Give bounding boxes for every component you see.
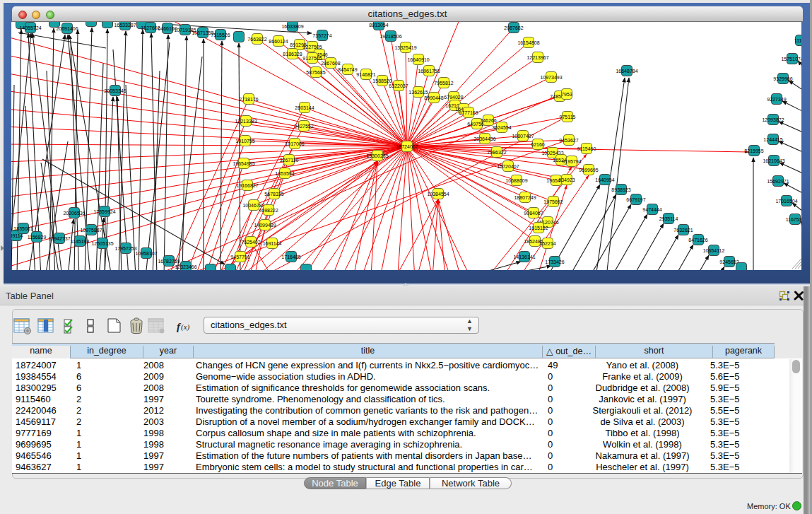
svg-text:2087682: 2087682 <box>504 25 523 30</box>
svg-text:9227349: 9227349 <box>767 97 786 102</box>
svg-text:2718176: 2718176 <box>239 97 258 102</box>
svg-text:8990448: 8990448 <box>424 95 443 100</box>
svg-text:10973493: 10973493 <box>540 75 562 80</box>
svg-text:9245652: 9245652 <box>719 259 739 264</box>
svg-text:1353594: 1353594 <box>275 171 294 176</box>
svg-text:1615152: 1615152 <box>529 226 548 230</box>
svg-text:15751074: 15751074 <box>781 57 801 62</box>
svg-text:5678335: 5678335 <box>264 192 283 197</box>
svg-text:6794028: 6794028 <box>444 95 463 100</box>
svg-text:19300285: 19300285 <box>366 153 388 158</box>
svg-text:9115460: 9115460 <box>577 146 596 151</box>
svg-text:14099489: 14099489 <box>254 223 276 228</box>
svg-text:8454749: 8454749 <box>338 67 357 72</box>
svg-text:1017006: 1017006 <box>285 141 304 146</box>
svg-text:12213383: 12213383 <box>235 119 257 124</box>
svg-text:9329966: 9329966 <box>773 76 792 81</box>
svg-text:9699695: 9699695 <box>579 168 598 173</box>
svg-text:2867608: 2867608 <box>321 61 340 66</box>
svg-text:18724007: 18724007 <box>396 144 418 149</box>
svg-text:1835061: 1835061 <box>13 226 33 231</box>
svg-text:3624554: 3624554 <box>492 125 511 130</box>
svg-text:7515526: 7515526 <box>211 33 230 37</box>
svg-text:7953: 7953 <box>561 92 572 97</box>
svg-text:12093872: 12093872 <box>762 117 784 122</box>
svg-text:20691406: 20691406 <box>56 26 78 31</box>
svg-text:10046788: 10046788 <box>242 203 264 208</box>
svg-text:10958107: 10958107 <box>135 251 157 256</box>
svg-text:9195794: 9195794 <box>562 159 581 164</box>
svg-text:10975887: 10975887 <box>80 228 102 233</box>
svg-text:20364436: 20364436 <box>473 136 495 141</box>
svg-text:16533287: 16533287 <box>114 23 136 28</box>
svg-text:9457791: 9457791 <box>230 255 249 259</box>
svg-text:16640910: 16640910 <box>407 57 429 62</box>
svg-text:1691144: 1691144 <box>263 241 282 246</box>
svg-text:8186328: 8186328 <box>283 52 302 57</box>
svg-text:3267110: 3267110 <box>280 158 299 163</box>
svg-text:16210643: 16210643 <box>763 158 784 163</box>
svg-text:1156829: 1156829 <box>28 235 47 240</box>
svg-text:20206536: 20206536 <box>63 211 85 216</box>
svg-text:19166827: 19166827 <box>236 183 258 188</box>
svg-text:9427552: 9427552 <box>294 124 313 129</box>
svg-text:14136141: 14136141 <box>513 255 535 259</box>
svg-text:8660124: 8660124 <box>269 39 288 44</box>
svg-text:4698222: 4698222 <box>259 208 278 213</box>
svg-text:7986322: 7986322 <box>487 150 506 155</box>
svg-text:16782759: 16782759 <box>158 259 180 264</box>
svg-text:16033809: 16033809 <box>281 24 303 29</box>
svg-text:1010755: 1010755 <box>235 139 254 144</box>
svg-text:8471626: 8471626 <box>688 238 707 243</box>
svg-text:13325419: 13325419 <box>394 45 416 50</box>
svg-text:7632621: 7632621 <box>673 228 693 233</box>
svg-text:1362615: 1362615 <box>408 90 428 95</box>
svg-text:10688609: 10688609 <box>505 178 527 183</box>
svg-text:15692971: 15692971 <box>767 179 789 184</box>
svg-text:6679197: 6679197 <box>626 197 645 202</box>
svg-text:(x): (x) <box>181 322 190 332</box>
svg-text:9084067: 9084067 <box>524 211 543 216</box>
svg-text:19654985: 19654985 <box>233 161 254 166</box>
svg-text:14055724: 14055724 <box>19 25 41 30</box>
svg-text:1716485: 1716485 <box>281 255 300 259</box>
svg-text:6322037: 6322037 <box>389 83 408 88</box>
svg-text:7357274: 7357274 <box>312 33 331 38</box>
svg-text:16154808: 16154808 <box>517 40 539 45</box>
svg-text:12213967: 12213967 <box>526 55 548 60</box>
svg-text:2935114: 2935114 <box>659 216 678 221</box>
svg-text:252214: 252214 <box>539 241 555 246</box>
svg-text:7625402: 7625402 <box>241 240 260 245</box>
svg-text:18807249: 18807249 <box>514 195 536 200</box>
svg-text:17957253: 17957253 <box>114 246 136 251</box>
svg-text:11174: 11174 <box>794 38 801 43</box>
svg-text:17016504: 17016504 <box>775 199 797 204</box>
svg-text:8215955: 8215955 <box>744 148 763 153</box>
svg-text:9227505: 9227505 <box>302 45 322 49</box>
svg-text:17359924: 17359924 <box>93 209 115 214</box>
svg-text:8938923: 8938923 <box>611 187 630 192</box>
svg-text:9474444: 9474444 <box>642 207 661 212</box>
svg-text:12505135: 12505135 <box>91 241 113 246</box>
svg-text:1733426: 1733426 <box>545 259 564 264</box>
svg-text:10807487: 10807487 <box>512 134 534 139</box>
svg-text:15720407: 15720407 <box>497 164 519 169</box>
svg-text:975115: 975115 <box>560 115 576 119</box>
svg-text:20053346: 20053346 <box>104 88 126 93</box>
svg-text:9146821: 9146821 <box>356 72 375 77</box>
svg-text:9453627: 9453627 <box>559 138 578 143</box>
svg-text:9777169: 9777169 <box>459 110 478 115</box>
svg-text:1588520: 1588520 <box>372 78 392 83</box>
svg-text:19218506: 19218506 <box>379 34 401 39</box>
svg-text:1145193: 1145193 <box>71 239 90 244</box>
svg-text:8813054: 8813054 <box>369 23 388 28</box>
svg-text:934923: 934923 <box>558 177 575 182</box>
svg-text:16961758: 16961758 <box>418 69 440 74</box>
svg-text:12323466: 12323466 <box>175 264 196 269</box>
svg-text:1244415: 1244415 <box>763 137 782 142</box>
svg-text:746266: 746266 <box>480 118 496 123</box>
svg-text:7663822: 7663822 <box>247 37 266 42</box>
svg-text:1640954: 1640954 <box>595 177 614 182</box>
svg-text:12942737: 12942737 <box>48 236 70 241</box>
svg-text:19384554: 19384554 <box>427 192 449 197</box>
